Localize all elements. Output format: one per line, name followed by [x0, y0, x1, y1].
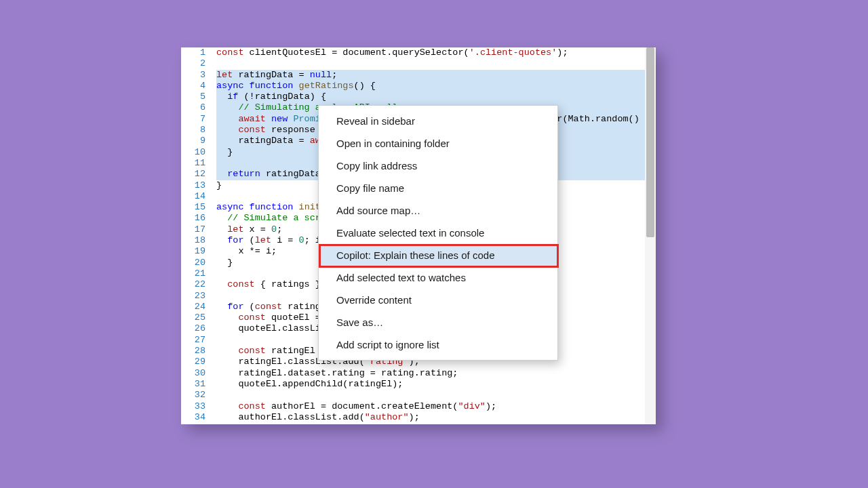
code-line[interactable]: if (!ratingData) {	[216, 92, 645, 102]
line-number: 25	[181, 312, 205, 323]
line-number: 11	[181, 158, 205, 169]
line-number: 32	[181, 390, 205, 401]
context-menu-item[interactable]: Add selected text to watches	[319, 266, 557, 289]
line-number: 4	[181, 81, 205, 92]
line-number: 27	[181, 335, 205, 346]
line-number: 24	[181, 302, 205, 312]
line-number: 20	[181, 258, 205, 268]
line-number: 28	[181, 346, 205, 357]
context-menu-item[interactable]: Reveal in sidebar	[319, 110, 557, 132]
line-number: 1	[181, 47, 205, 58]
line-number: 33	[181, 401, 205, 412]
context-menu: Reveal in sidebarOpen in containing fold…	[318, 105, 558, 361]
context-menu-item[interactable]: Copy link address	[319, 155, 557, 177]
line-number: 12	[181, 169, 205, 180]
line-number: 18	[181, 235, 205, 246]
context-menu-item[interactable]: Copilot: Explain these lines of code	[319, 244, 557, 266]
line-number: 19	[181, 246, 205, 257]
line-number: 9	[181, 136, 205, 146]
code-line[interactable]: ratingEl.dataset.rating = rating.rating;	[216, 368, 645, 379]
line-number: 15	[181, 202, 205, 213]
context-menu-item[interactable]: Open in containing folder	[319, 132, 557, 155]
scrollbar-thumb[interactable]	[646, 47, 654, 237]
line-number: 5	[181, 92, 205, 102]
context-menu-item[interactable]: Override content	[319, 289, 557, 311]
code-line[interactable]: const clientQuotesEl = document.querySel…	[216, 47, 645, 58]
line-number: 31	[181, 379, 205, 390]
line-number: 23	[181, 291, 205, 302]
code-line[interactable]	[216, 390, 645, 401]
line-number-gutter: 1234567891011121314151617181920212223242…	[181, 47, 211, 424]
line-number: 34	[181, 412, 205, 423]
line-number: 13	[181, 180, 205, 191]
line-number: 21	[181, 268, 205, 279]
line-number: 22	[181, 279, 205, 290]
code-line[interactable]: const authorEl = document.createElement(…	[216, 401, 645, 412]
context-menu-item[interactable]: Add script to ignore list	[319, 333, 557, 356]
line-number: 26	[181, 323, 205, 334]
line-number: 7	[181, 114, 205, 125]
line-number: 14	[181, 191, 205, 202]
line-number: 8	[181, 125, 205, 136]
code-line[interactable]: async function getRatings() {	[216, 81, 645, 92]
line-number: 16	[181, 213, 205, 224]
code-line[interactable]: quoteEl.appendChild(ratingEl);	[216, 379, 645, 390]
context-menu-item[interactable]: Evaluate selected text in console	[319, 222, 557, 244]
code-line[interactable]: let ratingData = null;	[216, 70, 645, 81]
line-number: 2	[181, 58, 205, 69]
code-line[interactable]	[216, 58, 645, 69]
context-menu-item[interactable]: Copy file name	[319, 177, 557, 199]
context-menu-item[interactable]: Add source map…	[319, 199, 557, 222]
context-menu-item[interactable]: Save as…	[319, 311, 557, 333]
line-number: 3	[181, 70, 205, 81]
code-line[interactable]: authorEl.classList.add("author");	[216, 412, 645, 423]
vertical-scrollbar[interactable]	[645, 47, 656, 424]
line-number: 10	[181, 147, 205, 158]
line-number: 29	[181, 357, 205, 367]
line-number: 30	[181, 368, 205, 379]
line-number: 6	[181, 102, 205, 113]
line-number: 17	[181, 224, 205, 235]
